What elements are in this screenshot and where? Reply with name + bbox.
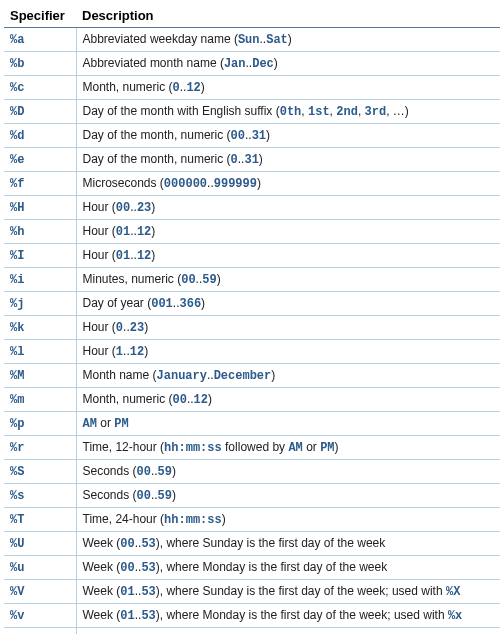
specifier-cell: %j [4,292,76,316]
table-row: %sSeconds (00..59) [4,484,500,508]
description-cell: Day of the month with English suffix (0t… [76,100,500,124]
specifier-cell: %b [4,52,76,76]
description-cell: Time, 24-hour (hh:mm:ss) [76,508,500,532]
specifier-cell: %h [4,220,76,244]
specifier-cell: %s [4,484,76,508]
specifier-cell: %r [4,436,76,460]
specifier-cell: %T [4,508,76,532]
description-cell: Day of year (001..366) [76,292,500,316]
table-row: %TTime, 24-hour (hh:mm:ss) [4,508,500,532]
specifier-cell: %u [4,556,76,580]
table-row: %HHour (00..23) [4,196,500,220]
table-row: %dDay of the month, numeric (00..31) [4,124,500,148]
table-row: %WWeekday name (Sunday..Saturday) [4,628,500,635]
specifier-cell: %p [4,412,76,436]
specifier-cell: %D [4,100,76,124]
specifier-cell: %H [4,196,76,220]
description-cell: Month, numeric (0..12) [76,76,500,100]
description-cell: Month name (January..December) [76,364,500,388]
description-cell: Microseconds (000000..999999) [76,172,500,196]
table-row: %cMonth, numeric (0..12) [4,76,500,100]
table-row: %bAbbreviated month name (Jan..Dec) [4,52,500,76]
specifier-cell: %e [4,148,76,172]
header-row: Specifier Description [4,4,500,28]
description-cell: Week (01..53), where Monday is the first… [76,604,500,628]
specifier-cell: %W [4,628,76,635]
specifier-cell: %m [4,388,76,412]
table-row: %VWeek (01..53), where Sunday is the fir… [4,580,500,604]
table-row: %IHour (01..12) [4,244,500,268]
description-cell: Hour (01..12) [76,244,500,268]
specifier-cell: %k [4,316,76,340]
table-row: %DDay of the month with English suffix (… [4,100,500,124]
description-cell: Hour (0..23) [76,316,500,340]
description-cell: Time, 12-hour (hh:mm:ss followed by AM o… [76,436,500,460]
description-cell: Weekday name (Sunday..Saturday) [76,628,500,635]
description-cell: Week (00..53), where Monday is the first… [76,556,500,580]
header-specifier: Specifier [4,4,76,28]
table-row: %iMinutes, numeric (00..59) [4,268,500,292]
description-cell: Seconds (00..59) [76,484,500,508]
table-row: %mMonth, numeric (00..12) [4,388,500,412]
format-specifiers-table: Specifier Description %aAbbreviated week… [4,4,500,634]
table-row: %fMicroseconds (000000..999999) [4,172,500,196]
description-cell: AM or PM [76,412,500,436]
description-cell: Week (00..53), where Sunday is the first… [76,532,500,556]
description-cell: Seconds (00..59) [76,460,500,484]
description-cell: Week (01..53), where Sunday is the first… [76,580,500,604]
description-cell: Abbreviated month name (Jan..Dec) [76,52,500,76]
table-row: %uWeek (00..53), where Monday is the fir… [4,556,500,580]
table-row: %vWeek (01..53), where Monday is the fir… [4,604,500,628]
description-cell: Minutes, numeric (00..59) [76,268,500,292]
specifier-cell: %i [4,268,76,292]
table-row: %rTime, 12-hour (hh:mm:ss followed by AM… [4,436,500,460]
specifier-cell: %a [4,28,76,52]
description-cell: Day of the month, numeric (00..31) [76,124,500,148]
specifier-cell: %M [4,364,76,388]
table-row: %MMonth name (January..December) [4,364,500,388]
description-cell: Hour (1..12) [76,340,500,364]
description-cell: Hour (00..23) [76,196,500,220]
table-row: %lHour (1..12) [4,340,500,364]
table-row: %SSeconds (00..59) [4,460,500,484]
specifier-cell: %d [4,124,76,148]
table-row: %eDay of the month, numeric (0..31) [4,148,500,172]
table-row: %UWeek (00..53), where Sunday is the fir… [4,532,500,556]
specifier-cell: %V [4,580,76,604]
table-row: %jDay of year (001..366) [4,292,500,316]
specifier-cell: %I [4,244,76,268]
table-row: %pAM or PM [4,412,500,436]
specifier-cell: %l [4,340,76,364]
specifier-cell: %U [4,532,76,556]
description-cell: Day of the month, numeric (0..31) [76,148,500,172]
table-row: %kHour (0..23) [4,316,500,340]
specifier-cell: %c [4,76,76,100]
header-description: Description [76,4,500,28]
table-row: %hHour (01..12) [4,220,500,244]
description-cell: Abbreviated weekday name (Sun..Sat) [76,28,500,52]
description-cell: Hour (01..12) [76,220,500,244]
specifier-cell: %S [4,460,76,484]
specifier-cell: %f [4,172,76,196]
specifier-cell: %v [4,604,76,628]
description-cell: Month, numeric (00..12) [76,388,500,412]
table-row: %aAbbreviated weekday name (Sun..Sat) [4,28,500,52]
